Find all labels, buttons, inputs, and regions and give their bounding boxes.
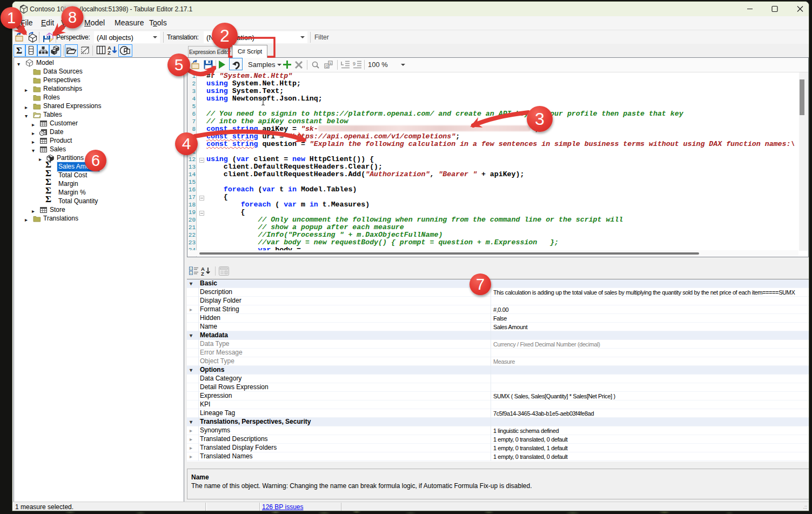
svg-text:Z: Z	[108, 50, 111, 56]
svg-text:G: G	[326, 64, 328, 68]
svg-text:+: +	[190, 271, 192, 275]
svg-text:9: 9	[353, 61, 355, 66]
svg-text:+: +	[190, 267, 192, 270]
svg-text:Z: Z	[201, 271, 204, 276]
